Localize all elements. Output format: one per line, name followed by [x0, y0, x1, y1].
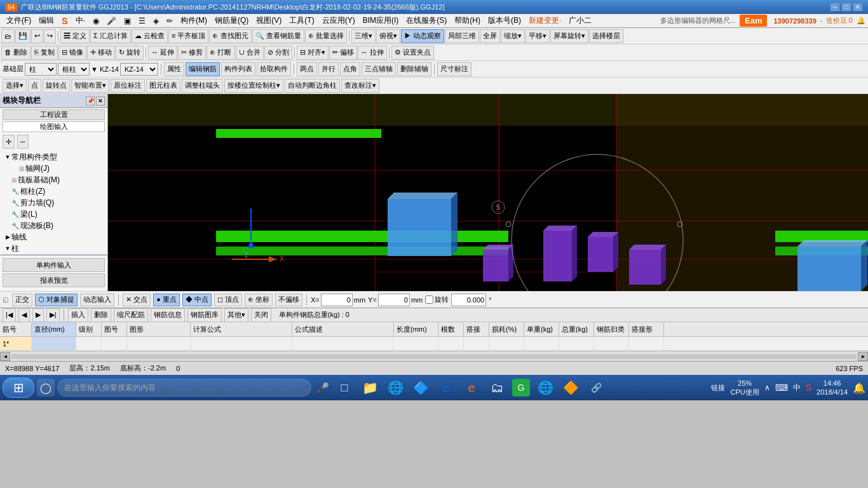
menu-view[interactable]: 视图(V) [252, 14, 285, 27]
tb-calc[interactable]: Σ 汇总计算 [90, 29, 131, 43]
h-scrollbar[interactable]: ◂ ▸ [0, 351, 868, 361]
tb-screen-rotate[interactable]: 屏幕旋转▾ [550, 29, 588, 43]
snap-mid2[interactable]: ◆ 中点 [182, 294, 212, 306]
tb-three-point[interactable]: 三点辅轴 [362, 62, 396, 76]
close-button[interactable]: ✕ [853, 3, 863, 11]
tb-dynamic-observe[interactable]: ▶ 动态观察 [401, 29, 444, 43]
tb-smart-layout[interactable]: 智能布置▾ [71, 79, 109, 93]
snap-vertex[interactable]: ◻ 顶点 [214, 294, 242, 306]
bt-rebar-lib[interactable]: 钢筋图库 [187, 308, 222, 322]
tb-copy[interactable]: ⎘ 复制 [31, 46, 58, 60]
scroll-track[interactable] [11, 354, 857, 359]
component-select[interactable]: KZ-14 [120, 63, 158, 76]
menu-bim[interactable]: BIM应用(I) [359, 14, 403, 27]
taskbar-icon-chrome[interactable]: 🌐 [535, 377, 555, 398]
taskbar-search-box[interactable]: 在这里输入你要搜索的内容 [57, 379, 311, 396]
bt-next[interactable]: ▶ [32, 308, 44, 322]
cell-diameter[interactable] [32, 337, 76, 350]
tb-find[interactable]: ⊕ 查找图元 [209, 29, 251, 43]
tb-undo[interactable]: ↩ [31, 29, 43, 43]
bt-other[interactable]: 其他▾ [224, 308, 248, 322]
tb-rotate[interactable]: ↻ 旋转 [116, 46, 144, 60]
tb-merge[interactable]: ∪ 合并 [236, 46, 264, 60]
tb-move[interactable]: ✛ 移动 [87, 46, 115, 60]
menu-help[interactable]: 帮助(H) [451, 14, 484, 27]
tb-point-draw[interactable]: 点 [28, 79, 41, 93]
taskbar-icon-store[interactable]: 🔷 [410, 377, 431, 398]
tb-mirror[interactable]: ⊟ 镜像 [58, 46, 86, 60]
tb-split[interactable]: ⊘ 分割 [264, 46, 292, 60]
snap-intersection[interactable]: ✕ 交点 [123, 294, 151, 306]
tb-dimension[interactable]: 尺寸标注 [437, 62, 471, 76]
taskbar-icon-file[interactable]: 🗂 [487, 377, 507, 398]
bt-last[interactable]: ▶| [46, 308, 60, 322]
taskbar-icon-folder[interactable]: 📁 [360, 377, 380, 398]
rotate-input[interactable] [451, 294, 486, 306]
scroll-right[interactable]: ▸ [858, 352, 868, 361]
taskbar-icon-task[interactable]: □ [334, 377, 355, 398]
taskbar-icon-g[interactable]: G [512, 379, 530, 396]
tb-define[interactable]: ☰ 定义 [60, 29, 90, 43]
bt-first[interactable]: |◀ [3, 308, 16, 322]
tb-view-rebar[interactable]: 🔍 查看钢筋量 [252, 29, 304, 43]
tb-partial-3d[interactable]: 局部三维 [445, 29, 479, 43]
bt-scale-rebar[interactable]: 缩尺配筋 [114, 308, 148, 322]
taskbar-icon-ie[interactable]: e [436, 377, 456, 398]
tree-shearwall[interactable]: 🔧 剪力墙(Q) [1, 197, 106, 208]
tb-redo[interactable]: ↪ [44, 29, 56, 43]
nav-drawing[interactable]: 绘图输入 [3, 121, 105, 132]
tb-pan[interactable]: 平移▾ [526, 29, 550, 43]
canvas-area[interactable]: 5 Z X [108, 94, 868, 291]
tb-set-grip[interactable]: ⚙ 设置夹点 [391, 46, 434, 60]
tb-component-list[interactable]: 构件列表 [221, 62, 255, 76]
menu-rebar[interactable]: 钢筋量(Q) [211, 14, 252, 27]
rotate-checkbox[interactable] [425, 295, 433, 304]
main-canvas[interactable]: 5 Z X [108, 94, 868, 291]
tray-notify[interactable]: 🔔 [853, 382, 865, 394]
menu-online[interactable]: 在线服务(S) [402, 14, 451, 27]
menu-icon1[interactable]: ◉ [89, 15, 103, 27]
taskbar-icon-link[interactable]: 🔗 [586, 377, 606, 398]
menu-undo[interactable]: 中· [72, 14, 89, 27]
menu-newchange[interactable]: 新建变更· [525, 14, 565, 27]
snap-coord[interactable]: ⊕ 坐标 [245, 294, 273, 306]
nav-engineering[interactable]: 工程设置 [3, 109, 105, 120]
tb-adjust-top[interactable]: 调整柱端头 [182, 79, 223, 93]
menu-gxe[interactable]: 广小二 [565, 14, 595, 27]
menu-icon4[interactable]: ☰ [135, 15, 149, 27]
menu-icon2[interactable]: 🎤 [103, 15, 120, 27]
bt-insert[interactable]: 插入 [68, 308, 88, 322]
tb-select-floor[interactable]: 选择楼层 [589, 29, 623, 43]
tb-break[interactable]: ⊕ 打断 [207, 46, 234, 60]
menu-icon3[interactable]: ▣ [120, 15, 135, 27]
menu-icon5[interactable]: ◈ [149, 15, 163, 27]
menu-edit[interactable]: 编辑 [35, 14, 58, 27]
tree-framecol[interactable]: 🔧 框柱(Z) [1, 186, 106, 197]
tb-del-aux[interactable]: 删除辅轴 [397, 62, 431, 76]
tree-raft[interactable]: ⊞ 筏板基础(M) [1, 174, 106, 186]
tb-3d[interactable]: 三维▾ [351, 29, 376, 43]
taskbar-icon-ie2[interactable]: e [461, 377, 482, 398]
tb-col-table[interactable]: 图元柱表 [146, 79, 180, 93]
menu-version[interactable]: 版本号(B) [484, 14, 525, 27]
menu-tools[interactable]: 工具(T) [285, 14, 318, 27]
tb-fullscreen[interactable]: 全屏 [480, 29, 500, 43]
taskbar-icon-gj[interactable]: 🔶 [560, 377, 581, 398]
sidebar-add[interactable]: ✛ [3, 135, 15, 149]
tb-select2[interactable]: 选择▾ [3, 79, 27, 93]
tb-draw-by-pos[interactable]: 按楼位置绘制柱▾ [224, 79, 283, 93]
tb-zoom[interactable]: 缩放▾ [501, 29, 525, 43]
menu-file[interactable]: 文件(F) [3, 14, 35, 27]
layer-select[interactable]: 柱 [25, 63, 57, 76]
footer-report[interactable]: 报表预览 [3, 273, 105, 287]
menu-cloud[interactable]: 云应用(Y) [318, 14, 359, 27]
minimize-button[interactable]: ─ [830, 3, 840, 11]
tree-axisline[interactable]: ▶ 轴线 [1, 231, 106, 243]
bt-prev[interactable]: ◀ [18, 308, 30, 322]
tb-auto-judge[interactable]: 自动判断边角柱 [285, 79, 340, 93]
tb-cloud[interactable]: ☁ 云检查 [132, 29, 168, 43]
tree-beam[interactable]: 🔧 梁(L) [1, 208, 106, 220]
sidebar-pin[interactable]: 📌 [86, 97, 95, 105]
tb-align[interactable]: ≡ 平齐板顶 [168, 29, 208, 43]
tree-columns[interactable]: ▼ 柱 [1, 243, 106, 254]
